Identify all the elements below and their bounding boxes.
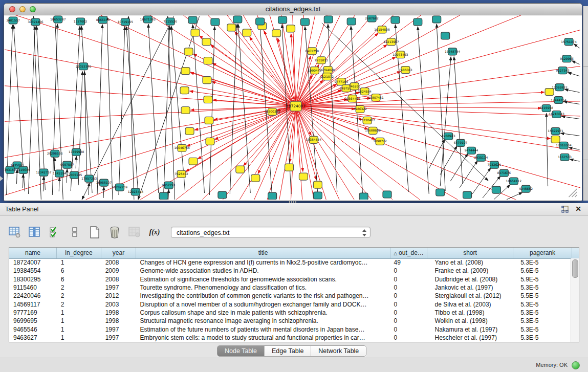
cell-short[interactable]: Stergiakouli et al. (2012) — [426, 292, 512, 299]
cell-title[interactable]: Estimation of significance thresholds fo… — [136, 276, 390, 283]
cell-in_degree[interactable]: 1 — [57, 309, 101, 316]
cell-year[interactable]: 2008 — [101, 259, 136, 266]
cell-pagerank[interactable]: 5.6E-5 — [512, 267, 571, 274]
cell-name[interactable]: 19384554 — [9, 267, 57, 274]
import-table-icon[interactable] — [127, 225, 142, 239]
cell-out_de[interactable]: 0 — [390, 301, 427, 308]
table-row[interactable]: 969969511998Structural magnetic resonanc… — [9, 317, 571, 325]
cell-in_degree[interactable]: 1 — [57, 326, 101, 333]
cell-out_de[interactable]: 0 — [390, 309, 427, 316]
graph-node-yellow[interactable] — [180, 87, 189, 94]
cell-pagerank[interactable]: 5.3E-5 — [512, 334, 571, 341]
tab-edge-table[interactable]: Edge Table — [265, 346, 311, 356]
column-header-out_de[interactable]: △out_de… — [390, 248, 427, 258]
graph-node-teal[interactable] — [413, 18, 422, 26]
table-row[interactable]: 977716911998Corpus callosum shape and si… — [9, 309, 571, 317]
cell-name[interactable]: 9115460 — [9, 284, 57, 291]
scrollbar-thumb[interactable] — [572, 259, 578, 278]
graph-node-teal[interactable] — [436, 189, 445, 196]
cell-in_degree[interactable]: 6 — [57, 267, 101, 274]
cell-name[interactable]: 9465546 — [9, 326, 57, 333]
collapsed-side-panel[interactable] — [583, 6, 588, 201]
graph-node-yellow[interactable] — [313, 181, 322, 188]
cell-year[interactable]: 2008 — [101, 276, 136, 283]
row-height-icon[interactable] — [67, 225, 82, 239]
cell-pagerank[interactable]: 5.5E-5 — [512, 292, 571, 299]
cell-out_de[interactable]: 0 — [390, 276, 427, 283]
table-mode-icon[interactable] — [7, 225, 23, 239]
cell-year[interactable]: 1997 — [101, 326, 136, 333]
cell-short[interactable]: Dudbridge et al. (2008) — [426, 276, 512, 283]
cell-name[interactable]: 22420046 — [9, 292, 57, 299]
graph-node-yellow[interactable] — [181, 68, 190, 75]
cell-title[interactable]: Structural magnetic resonance image aver… — [136, 317, 390, 324]
network-window-titlebar[interactable]: citations_edges.txt — [4, 4, 582, 15]
resize-grip[interactable] — [569, 189, 577, 197]
table-row[interactable]: 1456911722003Disruption of a novel membe… — [9, 300, 571, 308]
cell-title[interactable]: Corpus callosum shape and size in male p… — [136, 309, 390, 316]
graph-node-teal[interactable] — [441, 32, 450, 39]
graph-node-teal[interactable] — [218, 191, 227, 199]
graph-node-yellow[interactable] — [203, 77, 211, 84]
cell-title[interactable]: Embryonic stem cells: a model to study s… — [136, 334, 390, 341]
cell-out_de[interactable]: 0 — [390, 292, 427, 299]
graph-node-yellow[interactable] — [227, 24, 236, 31]
cell-pagerank[interactable]: 5.3E-5 — [512, 317, 571, 324]
table-row[interactable]: 1872400712008Changes of HCN gene express… — [9, 258, 571, 267]
graph-node-teal[interactable] — [300, 18, 309, 26]
cell-short[interactable]: Tibbo et al. (1998) — [426, 309, 512, 316]
graph-node-teal[interactable] — [278, 16, 287, 24]
graph-node-teal[interactable] — [256, 18, 265, 25]
cell-title[interactable]: Tourette syndrome. Phenomenology and cla… — [136, 284, 390, 291]
table-row[interactable]: 911546021997Tourette syndrome. Phenomeno… — [9, 283, 571, 292]
cell-short[interactable]: Franke et al. (2009) — [426, 267, 512, 274]
cell-name[interactable]: 9777169 — [9, 309, 57, 316]
graph-node-yellow[interactable] — [272, 30, 281, 37]
cell-name[interactable]: 9699695 — [9, 317, 57, 324]
delete-table-icon[interactable] — [107, 225, 122, 239]
graph-node-teal[interactable] — [391, 16, 400, 24]
cell-title[interactable]: Genome-wide association studies in ADHD. — [136, 267, 390, 274]
graph-node-yellow[interactable] — [205, 117, 213, 124]
graph-node-yellow[interactable] — [236, 166, 245, 173]
cell-pagerank[interactable]: 5.3E-5 — [512, 284, 571, 291]
cell-year[interactable]: 1998 — [101, 309, 136, 316]
column-header-short[interactable]: short — [427, 248, 513, 258]
graph-node-teal[interactable] — [211, 18, 220, 26]
column-header-name[interactable]: name — [9, 248, 57, 258]
tab-network-table[interactable]: Network Table — [311, 346, 366, 356]
cell-pagerank[interactable]: 5.9E-5 — [512, 276, 571, 283]
cell-in_degree[interactable]: 2 — [57, 301, 101, 308]
graph-node-yellow[interactable] — [181, 107, 190, 114]
graph-node-teal[interactable] — [313, 192, 322, 199]
network-view-canvas[interactable]: 1872400716046758762540269617587955812679… — [5, 15, 580, 200]
cell-name[interactable]: 14569117 — [9, 301, 57, 308]
cell-short[interactable]: Jankovic et al. (1997) — [426, 284, 512, 291]
cell-short[interactable]: Nakamura et al. (1997) — [426, 326, 512, 333]
graph-node-yellow[interactable] — [206, 138, 214, 145]
cell-year[interactable]: 2009 — [101, 267, 136, 274]
cell-year[interactable]: 1998 — [101, 317, 136, 324]
memory-status-icon[interactable] — [572, 361, 580, 369]
graph-node-teal[interactable] — [432, 16, 441, 23]
graph-node-teal[interactable] — [233, 16, 242, 23]
graph-node-teal[interactable] — [359, 193, 368, 200]
cell-out_de[interactable]: 0 — [390, 267, 427, 274]
cell-in_degree[interactable]: 1 — [57, 334, 101, 341]
tab-node-table[interactable]: Node Table — [217, 346, 265, 356]
cell-out_de[interactable]: 0 — [390, 326, 427, 333]
graph-node-yellow[interactable] — [204, 57, 212, 64]
table-row[interactable]: 946554611997Estimation of the future num… — [9, 325, 571, 333]
graph-node-teal[interactable] — [159, 192, 168, 200]
graph-node-yellow[interactable] — [285, 164, 294, 171]
table-row[interactable]: 1830029562008Estimation of significance … — [9, 275, 571, 283]
create-table-icon[interactable] — [87, 225, 102, 239]
cell-pagerank[interactable]: 5.3E-5 — [512, 326, 571, 333]
cell-in_degree[interactable]: 6 — [57, 276, 101, 283]
cell-out_de[interactable]: 0 — [390, 334, 427, 341]
table-row[interactable]: 946362711997Embryonic stem cells: a mode… — [9, 334, 571, 342]
cell-year[interactable]: 1997 — [101, 334, 136, 341]
graph-node-teal[interactable] — [188, 16, 197, 24]
column-header-in_degree[interactable]: in_degree — [57, 248, 101, 258]
graph-node-teal[interactable] — [268, 192, 277, 200]
